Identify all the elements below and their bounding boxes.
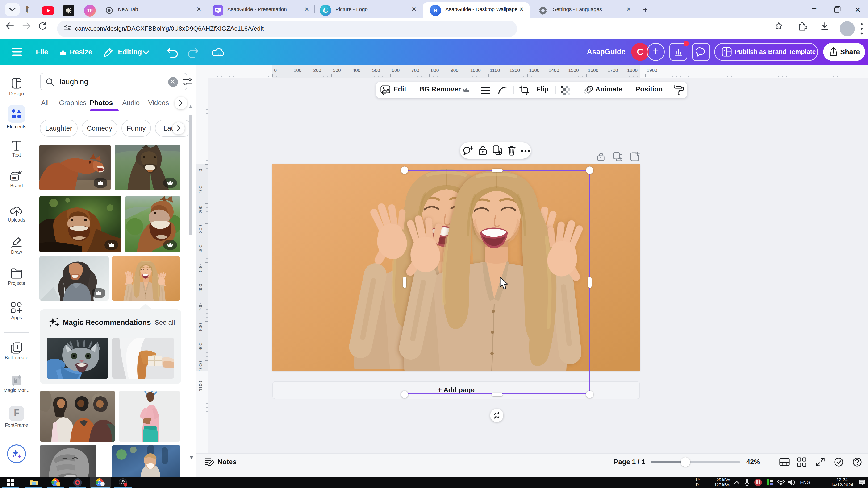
svg-text:co: co xyxy=(12,176,16,180)
